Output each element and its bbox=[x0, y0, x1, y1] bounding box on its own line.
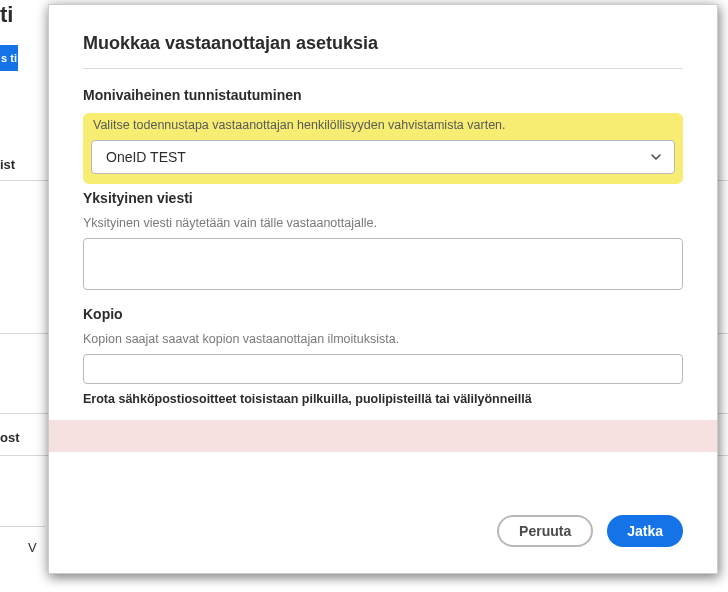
modal-title: Muokkaa vastaanottajan asetuksia bbox=[83, 33, 683, 69]
private-message-help: Yksityinen viesti näytetään vain tälle v… bbox=[83, 216, 683, 230]
mfa-heading: Monivaiheinen tunnistautuminen bbox=[83, 87, 683, 103]
private-message-heading: Yksityinen viesti bbox=[83, 190, 683, 206]
private-message-textarea[interactable] bbox=[83, 238, 683, 290]
copy-recipients-input[interactable] bbox=[83, 354, 683, 384]
copy-help: Kopion saajat saavat kopion vastaanottaj… bbox=[83, 332, 683, 346]
mfa-method-dropdown[interactable]: OneID TEST bbox=[91, 140, 675, 174]
modal-footer: Peruuta Jatka bbox=[49, 493, 717, 573]
modal-overlay: Muokkaa vastaanottajan asetuksia Monivai… bbox=[0, 0, 728, 592]
copy-heading: Kopio bbox=[83, 306, 683, 322]
recipient-settings-modal: Muokkaa vastaanottajan asetuksia Monivai… bbox=[48, 4, 718, 574]
error-band bbox=[49, 420, 717, 452]
cancel-button[interactable]: Peruuta bbox=[497, 515, 593, 547]
copy-hint: Erota sähköpostiosoitteet toisistaan pil… bbox=[83, 392, 683, 406]
mfa-selected-value: OneID TEST bbox=[106, 149, 186, 165]
modal-body: Muokkaa vastaanottajan asetuksia Monivai… bbox=[49, 5, 717, 493]
mfa-highlight: Valitse todennustapa vastaanottajan henk… bbox=[83, 113, 683, 184]
mfa-help-text: Valitse todennustapa vastaanottajan henk… bbox=[91, 118, 675, 132]
continue-button[interactable]: Jatka bbox=[607, 515, 683, 547]
chevron-down-icon bbox=[650, 151, 662, 163]
